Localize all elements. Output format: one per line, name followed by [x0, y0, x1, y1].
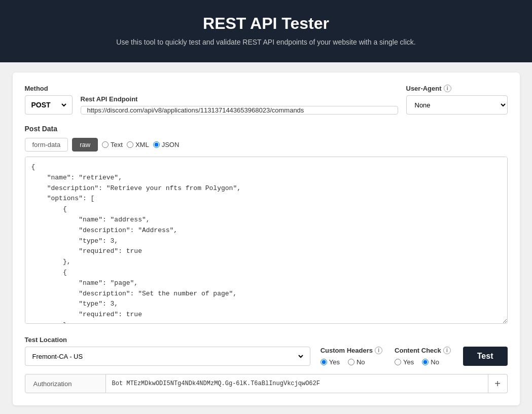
post-data-label: Post Data	[25, 125, 508, 133]
custom-headers-radios: Yes No	[321, 358, 382, 366]
content-check-yes-label: Yes	[403, 358, 414, 366]
user-agent-label: User-Agent i	[406, 85, 508, 92]
custom-headers-no-radio[interactable]	[348, 359, 354, 365]
method-select-wrap[interactable]: GET POST PUT PATCH DELETE	[25, 95, 73, 115]
post-data-tabs: form-data raw Text XML JSON	[25, 138, 508, 152]
custom-headers-info-icon[interactable]: i	[375, 347, 382, 354]
custom-headers-yes[interactable]: Yes	[321, 358, 340, 366]
tab-form-data[interactable]: form-data	[25, 138, 68, 152]
post-data-textarea[interactable]	[25, 157, 508, 324]
tab-raw[interactable]: raw	[72, 138, 98, 152]
test-button[interactable]: Test	[463, 347, 508, 366]
test-location-label: Test Location	[25, 336, 310, 344]
radio-json[interactable]: JSON	[153, 141, 180, 148]
content-check-no-label: No	[431, 358, 439, 366]
auth-value-input[interactable]	[106, 374, 488, 393]
page-header: REST API Tester Use this tool to quickly…	[0, 0, 532, 62]
options-group: Custom Headers i Yes No Content Che	[321, 347, 508, 366]
location-dropdown[interactable]: Fremont-CA - US New York-NY - US London …	[30, 352, 305, 361]
endpoint-group: Rest API Endpoint	[81, 95, 398, 115]
test-location-group: Test Location Fremont-CA - US New York-N…	[25, 336, 310, 366]
page-subtitle: Use this tool to quickly test and valida…	[10, 38, 522, 46]
main-card: Method GET POST PUT PATCH DELETE Rest AP…	[13, 72, 520, 405]
method-dropdown[interactable]: GET POST PUT PATCH DELETE	[29, 100, 68, 109]
content-check-yes[interactable]: Yes	[395, 358, 414, 366]
content-check-info-icon[interactable]: i	[443, 347, 451, 354]
custom-headers-no[interactable]: No	[348, 358, 365, 366]
content-check-radios: Yes No	[395, 358, 451, 366]
authorization-row: Authorization +	[25, 374, 508, 393]
user-agent-dropdown[interactable]: None Chrome Firefox Safari Edge	[406, 95, 508, 115]
method-label: Method	[25, 85, 73, 92]
endpoint-input[interactable]	[81, 106, 398, 115]
custom-headers-yes-radio[interactable]	[321, 359, 327, 365]
post-data-section: Post Data form-data raw Text XML JSON	[25, 125, 508, 326]
endpoint-label: Rest API Endpoint	[81, 95, 398, 103]
auth-add-button[interactable]: +	[488, 374, 508, 393]
bottom-row: Test Location Fremont-CA - US New York-N…	[25, 336, 508, 366]
radio-json-input[interactable]	[153, 141, 160, 148]
content-check-no-radio[interactable]	[422, 359, 429, 365]
content-check-block: Content Check i Yes No	[395, 347, 451, 366]
content-check-label: Content Check i	[395, 347, 451, 354]
auth-label: Authorization	[25, 374, 106, 393]
custom-headers-yes-label: Yes	[329, 358, 340, 366]
user-agent-group: User-Agent i None Chrome Firefox Safari …	[406, 85, 508, 115]
radio-xml-input[interactable]	[127, 141, 133, 148]
content-check-yes-radio[interactable]	[395, 359, 401, 365]
radio-xml-label: XML	[135, 141, 149, 148]
radio-text[interactable]: Text	[102, 141, 123, 148]
content-check-no[interactable]: No	[422, 358, 439, 366]
custom-headers-no-label: No	[357, 358, 365, 366]
radio-text-label: Text	[111, 141, 123, 148]
custom-headers-label: Custom Headers i	[321, 347, 382, 354]
radio-xml[interactable]: XML	[127, 141, 149, 148]
radio-json-label: JSON	[162, 141, 180, 148]
user-agent-info-icon[interactable]: i	[444, 85, 451, 92]
page-title: REST API Tester	[10, 14, 522, 33]
radio-text-input[interactable]	[102, 141, 109, 148]
top-row: Method GET POST PUT PATCH DELETE Rest AP…	[25, 85, 508, 115]
location-select-wrap: Fremont-CA - US New York-NY - US London …	[25, 347, 310, 366]
custom-headers-block: Custom Headers i Yes No	[321, 347, 382, 366]
method-group: Method GET POST PUT PATCH DELETE	[25, 85, 73, 115]
